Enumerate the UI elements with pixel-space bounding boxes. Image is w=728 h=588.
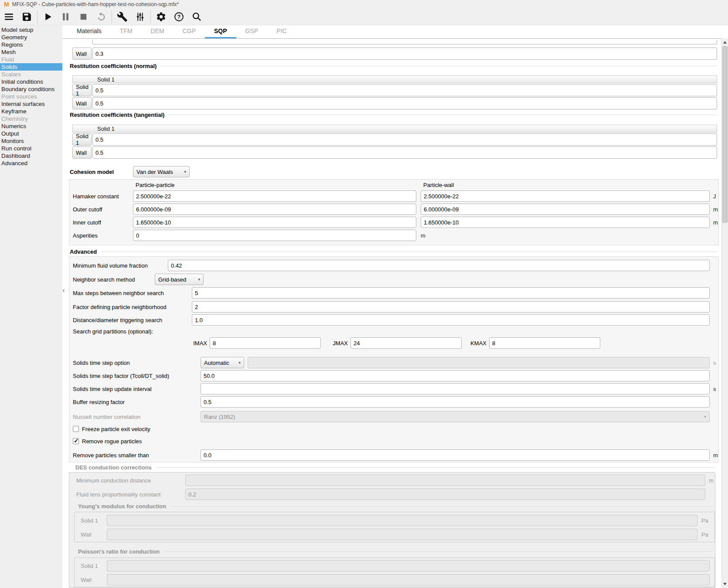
sidebar-item-dashboard[interactable]: Dashboard	[0, 152, 62, 160]
solids-time-step-factor-label: Solids time step factor (Tcoll/DT_solid)	[73, 370, 169, 381]
asperities-input[interactable]	[133, 230, 416, 241]
solids-time-step-update-unit: s	[713, 383, 716, 394]
min-fluid-volume-fraction-input[interactable]	[168, 260, 710, 271]
youngs-wall-unit: Pa	[701, 529, 708, 540]
search-icon[interactable]	[188, 9, 206, 25]
sidebar-item-boundary-conditions[interactable]: Boundary conditions	[0, 85, 62, 93]
settings-gear-icon[interactable]	[152, 9, 170, 25]
buffer-resizing-factor-input[interactable]	[201, 396, 710, 408]
splitter-collapse-icon[interactable]: ‹	[61, 286, 66, 295]
restitution-tangential-solid1-input[interactable]	[92, 133, 717, 146]
sidebar-item-mesh[interactable]: Mesh	[0, 48, 62, 56]
scrollbar-thumb[interactable]	[722, 46, 728, 223]
outer-cutoff-unit: m	[713, 204, 718, 215]
menu-icon[interactable]	[0, 9, 18, 25]
poisson-ratio-header: Poisson's ratio for conduction	[78, 548, 712, 555]
sliders-icon[interactable]	[131, 9, 149, 25]
tab-materials[interactable]: Materials	[68, 25, 111, 38]
remove-particles-smaller-input[interactable]	[201, 449, 710, 461]
sidebar-item-internal-surfaces[interactable]: Internal surfaces	[0, 100, 62, 108]
hamaker-pp-input[interactable]	[133, 190, 416, 202]
buffer-resizing-factor-label: Buffer resizing factor	[73, 396, 125, 408]
poisson-wall-label: Wall	[81, 574, 92, 585]
jmax-input[interactable]	[350, 337, 462, 349]
solids-time-step-option-label: Solids time step option	[73, 357, 130, 368]
wall-coefficient-input[interactable]	[92, 48, 717, 60]
sidebar-item-advanced[interactable]: Advanced	[0, 160, 62, 167]
sidebar-item-scalars: Scalars	[0, 71, 62, 78]
imax-input[interactable]	[210, 337, 321, 349]
sidebar-item-monitors[interactable]: Monitors	[0, 137, 62, 145]
solids-time-step-factor-input[interactable]	[201, 370, 710, 381]
sidebar-item-initial-conditions[interactable]: Initial conditions	[0, 78, 62, 85]
toolbar-separator	[150, 10, 151, 24]
cohesion-model-label: Cohesion model	[70, 166, 114, 177]
max-steps-neighbor-search-input[interactable]	[192, 287, 710, 299]
youngs-wall-input	[107, 529, 697, 540]
run-icon[interactable]	[39, 9, 57, 25]
remove-particles-smaller-unit: m	[713, 449, 718, 461]
advanced-section-header: Advanced	[70, 248, 717, 255]
scrollbar-up-arrow-icon[interactable]	[722, 39, 728, 45]
tab-sqp[interactable]: SQP	[205, 25, 236, 38]
main-content: Materials TFM DEM CGP SQP GSP PIC Wall R…	[62, 25, 721, 588]
help-icon[interactable]: ?	[170, 9, 188, 25]
factor-particle-neighborhood-input[interactable]	[192, 301, 710, 313]
wrench-icon[interactable]	[113, 9, 131, 25]
search-grid-partitions-label: Search grid partitions (optional):	[73, 327, 153, 335]
sidebar-item-model-setup[interactable]: Model setup	[0, 26, 62, 34]
row-header-wall: Wall	[72, 146, 92, 159]
nav-sidebar: Model setup Geometry Regions Mesh Fluid …	[0, 25, 62, 588]
inner-cutoff-pw-input[interactable]	[421, 217, 710, 228]
freeze-exit-velocity-label: Freeze particle exit velocity	[82, 423, 150, 435]
sidebar-item-output[interactable]: Output	[0, 130, 62, 137]
solids-time-step-option-dropdown[interactable]: Automatic▾	[201, 357, 244, 368]
restitution-normal-solid1-input[interactable]	[92, 84, 717, 96]
freeze-exit-velocity-checkbox[interactable]	[73, 426, 79, 432]
inner-cutoff-pp-input[interactable]	[133, 217, 416, 228]
restitution-normal-column-header: Solid 1	[72, 75, 717, 83]
restitution-tangential-wall-input[interactable]	[92, 146, 717, 159]
min-conduction-distance-input	[185, 475, 705, 486]
outer-cutoff-pp-input[interactable]	[133, 204, 416, 215]
sidebar-item-keyframe[interactable]: Keyframe	[0, 108, 62, 115]
outer-cutoff-pw-input[interactable]	[421, 204, 710, 215]
solids-time-step-option-unit: s	[713, 357, 716, 368]
neighbor-search-method-dropdown[interactable]: Grid-based▾	[155, 274, 204, 285]
restitution-normal-header: Restitution coefficients (normal)	[70, 62, 717, 69]
row-header-solid1: Solid 1	[72, 84, 92, 96]
sidebar-item-regions[interactable]: Regions	[0, 41, 62, 48]
restitution-tangential-column-header: Solid 1	[72, 125, 717, 133]
youngs-solid1-unit: Pa	[701, 515, 708, 526]
sidebar-item-geometry[interactable]: Geometry	[0, 34, 62, 41]
remove-particles-smaller-label: Remove particles smaller than	[73, 449, 149, 461]
kmax-label: KMAX	[466, 337, 486, 349]
hamaker-pw-input[interactable]	[421, 190, 710, 202]
kmax-input[interactable]	[489, 337, 600, 349]
solids-time-step-update-input[interactable]	[201, 383, 710, 394]
row-header-wall: Wall	[72, 48, 92, 60]
max-steps-neighbor-search-label: Max steps between neighbor search	[73, 287, 164, 299]
remove-rogue-particles-checkbox[interactable]	[73, 438, 79, 444]
youngs-modulus-header: Young's modulus for conduction	[78, 503, 712, 510]
vertical-scrollbar[interactable]	[721, 38, 728, 588]
scrollbar-down-arrow-icon[interactable]	[722, 581, 728, 587]
sidebar-item-point-sources: Point sources	[0, 93, 62, 100]
titlebar: M MFiX-SQP - Cube-particles-with-ham-hop…	[0, 0, 728, 9]
sidebar-item-solids[interactable]: Solids	[0, 63, 62, 71]
outer-cutoff-label: Outer cutoff	[73, 204, 102, 215]
distance-diameter-trigger-input[interactable]	[192, 314, 710, 326]
restitution-normal-wall-input[interactable]	[92, 97, 717, 109]
sidebar-item-run-control[interactable]: Run control	[0, 145, 62, 152]
save-icon[interactable]	[18, 9, 36, 25]
restitution-tangential-header: Restitution coefficients (tangential)	[70, 111, 717, 118]
distance-diameter-trigger-label: Distance/diameter triggering search	[73, 314, 162, 326]
min-conduction-distance-unit: m	[709, 475, 714, 486]
remove-rogue-particles-label: Remove rogue particles	[82, 435, 142, 447]
cohesion-model-dropdown[interactable]: Van der Waals▾	[133, 166, 190, 177]
hamaker-constant-label: Hamaker constant	[73, 190, 119, 202]
neighbor-search-method-label: Neighbor search method	[73, 274, 135, 285]
jmax-label: JMAX	[327, 337, 348, 349]
sidebar-item-numerics[interactable]: Numerics	[0, 122, 62, 130]
toolbar-separator	[112, 10, 112, 24]
